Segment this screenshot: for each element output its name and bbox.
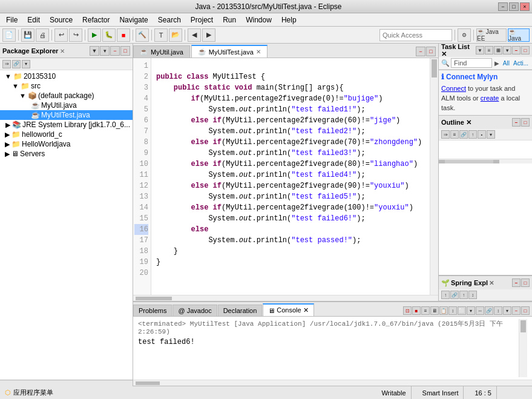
console-horizontal-scrollbar[interactable] — [133, 380, 532, 386]
tree-item-20135310[interactable]: ▼ 📁 20135310 — [0, 71, 133, 81]
editor-minimize-button[interactable]: − — [416, 47, 425, 56]
code-editor[interactable]: 1 2 3 4 5 6 7 8 9 10 11 12 13 14 — [133, 58, 438, 295]
console-btn11[interactable]: ▾ — [503, 306, 511, 315]
outline-btn6[interactable]: ▾ — [487, 130, 495, 139]
run-button[interactable]: ▶ — [88, 28, 101, 42]
console-btn8[interactable]: ↔ — [476, 306, 484, 315]
tree-item-default-package[interactable]: ▼ 📦 (default package) — [0, 91, 133, 101]
outline-maximize[interactable]: □ — [521, 118, 530, 127]
window-controls[interactable]: − □ × — [498, 2, 530, 11]
tab-problems[interactable]: Problems — [133, 305, 172, 316]
build-button[interactable]: 🔨 — [136, 28, 149, 42]
menu-run[interactable]: Run — [218, 15, 241, 25]
tab-console[interactable]: 🖥 Console ✕ — [263, 303, 314, 316]
find-input[interactable]: Find — [451, 58, 492, 68]
tab-javadoc[interactable]: @ Javadoc — [172, 305, 217, 316]
console-btn10[interactable]: ↕ — [494, 306, 502, 315]
new-button[interactable]: 📄 — [2, 28, 16, 42]
console-vertical-scrollbar[interactable] — [519, 319, 527, 377]
console-btn4[interactable]: 🖥 — [430, 306, 439, 315]
acti-btn[interactable]: Acti... — [512, 60, 530, 67]
task-list-dropdown[interactable]: ▼ — [476, 46, 484, 54]
code-content[interactable]: public class MyUtilTest { public static … — [151, 58, 430, 295]
outline-minimize[interactable]: − — [512, 118, 521, 127]
spring-btn1[interactable]: ↑ — [441, 291, 450, 299]
print-button[interactable]: 🖨 — [36, 28, 49, 42]
save-button[interactable]: 💾 — [21, 28, 34, 42]
console-btn6[interactable]: ↕ — [448, 306, 457, 315]
spring-btn3[interactable]: ↑ — [459, 291, 468, 299]
menu-file[interactable]: File — [1, 15, 22, 25]
pe-view-menu[interactable]: ▾ — [22, 60, 30, 68]
menu-refactor[interactable]: Refactor — [77, 15, 114, 25]
menu-source[interactable]: Source — [45, 15, 77, 25]
menu-search[interactable]: Search — [153, 15, 186, 25]
tab-close-icon[interactable]: ✕ — [256, 48, 261, 55]
back-button[interactable]: ◀ — [188, 28, 201, 42]
task-list-minimize[interactable]: − — [512, 46, 521, 54]
pe-minimize-button[interactable]: − — [110, 46, 120, 56]
menu-navigate[interactable]: Navigate — [114, 15, 153, 25]
menu-window[interactable]: Window — [241, 15, 277, 25]
menu-edit[interactable]: Edit — [22, 15, 45, 25]
menu-project[interactable]: Project — [186, 15, 218, 25]
task-list-btn2[interactable]: ⊞ — [494, 46, 502, 54]
outline-btn3[interactable]: 🔗 — [459, 130, 468, 139]
java-perspective[interactable]: ☕ Java — [508, 28, 530, 42]
outline-btn4[interactable]: ↑ — [468, 130, 477, 139]
pe-menu-button[interactable]: ▾ — [100, 46, 110, 56]
editor-horizontal-scrollbar[interactable] — [133, 295, 438, 301]
quick-access-input[interactable] — [379, 29, 452, 41]
console-btn5[interactable]: 📋 — [439, 306, 448, 315]
tree-item-helloworld-c[interactable]: ▶ 📁 helloworld_c — [0, 130, 133, 139]
outline-btn1[interactable]: ⇒ — [441, 130, 450, 139]
maximize-button[interactable]: □ — [509, 2, 519, 11]
editor-maximize-button[interactable]: □ — [426, 47, 436, 56]
editor-vertical-scrollbar[interactable] — [430, 58, 438, 295]
outline-horizontal-scrollbar[interactable] — [439, 159, 532, 163]
tab-declaration[interactable]: Declaration — [218, 305, 263, 316]
forward-button[interactable]: ▶ — [202, 28, 215, 42]
spring-btn4[interactable]: ↕ — [468, 291, 477, 299]
perspective-settings-button[interactable]: ⚙ — [458, 28, 471, 42]
minimize-button[interactable]: − — [498, 2, 508, 11]
connect-link[interactable]: Connect — [441, 85, 466, 92]
console-minimize[interactable]: − — [512, 306, 521, 315]
tab-myutil[interactable]: ☕ MyUtil.java — [133, 45, 190, 58]
find-arrow[interactable]: ▶ — [493, 60, 501, 67]
console-clear-btn[interactable]: ⊡ — [403, 306, 412, 315]
java-ee-perspective[interactable]: ☕ Java EE — [476, 28, 507, 42]
tree-item-jre[interactable]: ▶ 📚 JRE System Library [jdk1.7.0_6... — [0, 120, 133, 130]
tree-item-src[interactable]: ▼ 📁 src — [0, 81, 133, 91]
task-list-maximize[interactable]: □ — [521, 46, 530, 54]
create-link[interactable]: create — [481, 94, 499, 102]
task-list-btn1[interactable]: ≡ — [485, 46, 493, 54]
close-button[interactable]: × — [520, 2, 530, 11]
menu-help[interactable]: Help — [277, 15, 301, 25]
debug-button[interactable]: 🐛 — [102, 28, 116, 42]
spring-minimize[interactable]: − — [512, 279, 521, 287]
console-btn9[interactable]: 🔗 — [485, 306, 493, 315]
pe-collapse-button[interactable]: ▼ — [90, 46, 99, 56]
tree-item-helloworldjava[interactable]: ▶ 📁 HelloWorldjava — [0, 139, 133, 149]
stop-button[interactable]: ■ — [117, 28, 130, 42]
console-stop-btn[interactable]: ■ — [412, 306, 421, 315]
pe-collapse-all[interactable]: ⇒ — [2, 60, 11, 68]
open-resource-button[interactable]: 📂 — [169, 28, 182, 42]
all-btn[interactable]: All — [502, 60, 511, 67]
pe-link-with-editor[interactable]: 🔗 — [12, 60, 21, 68]
undo-button[interactable]: ↩ — [54, 28, 68, 42]
tree-item-servers[interactable]: ▶ 🖥 Servers — [0, 149, 133, 159]
redo-button[interactable]: ↪ — [69, 28, 82, 42]
app-menu[interactable]: ⬡ 应用程序菜单 — [5, 388, 53, 397]
spring-maximize[interactable]: □ — [521, 279, 530, 287]
tab-myutiltest[interactable]: ☕ MyUtilTest.java ✕ — [191, 45, 268, 58]
console-btn7[interactable]: ⬜ — [458, 306, 466, 315]
task-list-btn3[interactable]: ▾ — [503, 46, 511, 54]
console-maximize[interactable]: □ — [521, 306, 530, 315]
open-type-button[interactable]: T — [154, 28, 168, 42]
spring-btn2[interactable]: 🔗 — [450, 291, 459, 299]
outline-btn2[interactable]: ≡ — [450, 130, 459, 139]
console-dropdown[interactable]: ▾ — [467, 306, 475, 315]
tree-item-myutiltest[interactable]: ☕ MyUtilTest.java — [0, 110, 133, 120]
